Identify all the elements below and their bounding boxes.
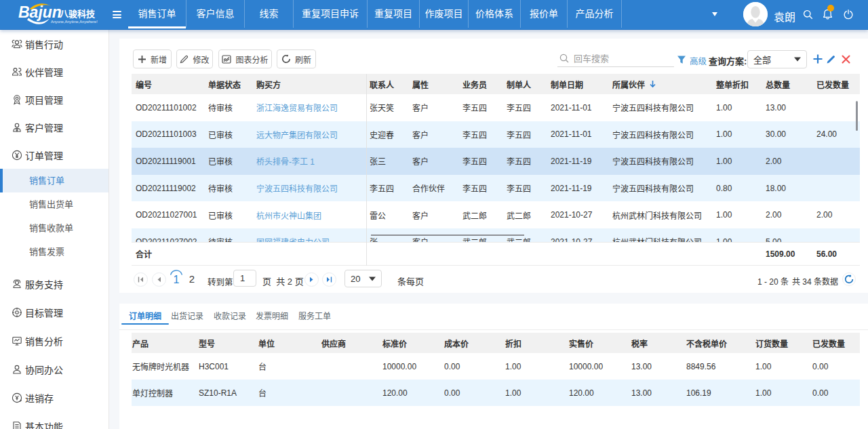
svg-text:Anyone,Anytime,Anywhere!: Anyone,Anytime,Anywhere! [51, 20, 98, 24]
svg-text:Bajun: Bajun [18, 3, 62, 21]
svg-text:八骏科技: 八骏科技 [59, 9, 96, 19]
